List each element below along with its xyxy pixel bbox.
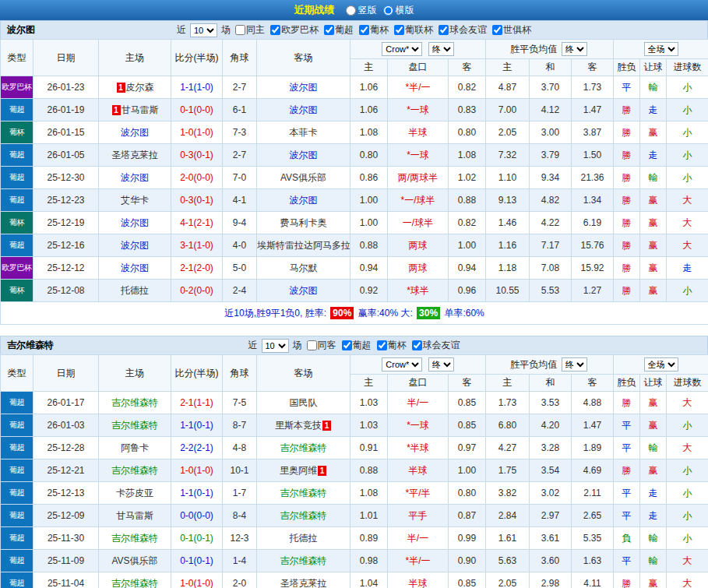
header-group-row: 类型 日期 主场 比分(半场) 角球 客场 Crow* 终 胜平负均值 终 全场 [1,40,708,59]
layout-vertical-option[interactable]: 竖版 [346,4,377,17]
team-cell: 国民队 [257,392,350,414]
wdl-final-select[interactable]: 终 [562,42,587,56]
filter-option-葡杯[interactable]: 葡杯 [359,23,389,37]
sub-let: 让球 [640,375,667,392]
filter-option-葡超[interactable]: 葡超 [342,339,372,352]
team-link[interactable]: 阿鲁卡 [121,442,149,453]
team-link[interactable]: 艾华卡 [121,195,149,206]
team-link[interactable]: 吉尔维森特 [280,555,327,566]
team-link[interactable]: 波尔图 [290,195,318,206]
odds-away: 0.85 [449,414,486,437]
filter-option-葡杯[interactable]: 葡杯 [377,339,407,352]
filter-checkbox[interactable] [412,340,422,350]
fulltime-select[interactable]: 全场 [644,42,678,56]
filter-checkbox[interactable] [439,25,449,35]
team-cell: 波尔图 [99,257,171,280]
avg-away-odds: 1.27 [572,280,614,302]
filter-checkbox[interactable] [270,25,280,35]
filter-option-葡超[interactable]: 葡超 [324,23,354,37]
odds-final-select[interactable]: 终 [428,357,454,371]
result-wdl: 勝 [614,572,640,588]
handicap: 两球 [388,257,449,280]
odds-away: 0.99 [449,527,486,550]
vertical-radio[interactable] [346,5,356,16]
team-link[interactable]: 甘马雷斯 [116,510,153,521]
wdl-label: 胜平负均值 [510,44,557,55]
team-link[interactable]: 波尔图 [121,240,149,251]
team-link[interactable]: 吉尔维森特 [111,420,158,431]
score: 1-1(1-0) [171,76,223,99]
team-link[interactable]: 卡莎皮亚 [116,488,153,498]
team-link[interactable]: 波尔图 [121,262,149,273]
odds-company-select[interactable]: Crow* [382,42,422,56]
team-link[interactable]: 波尔图 [121,127,149,138]
filter-option-葡联杯[interactable]: 葡联杯 [394,23,433,37]
filter-checkbox[interactable] [342,340,352,350]
filter-option-球会友谊[interactable]: 球会友谊 [412,339,460,352]
team-link[interactable]: 波尔图 [290,150,318,160]
team-link[interactable]: 里斯本竞技 [275,420,322,431]
filter-option-球会友谊[interactable]: 球会友谊 [439,23,487,37]
match-count-select[interactable]: 10 [190,23,217,37]
team-link[interactable]: 圣塔克莱拉 [280,578,327,588]
team-link[interactable]: 吉尔维森特 [280,488,327,498]
filter-option-同主[interactable]: 同主 [235,23,265,37]
avg-home-odds: 1.61 [486,527,530,550]
filter-checkbox[interactable] [394,25,404,35]
odds-home: 1.00 [350,189,388,212]
result-goals: 大 [667,392,708,414]
team-link[interactable]: 圣塔克莱拉 [111,150,158,160]
team-link[interactable]: 吉尔维森特 [280,442,327,453]
team-link[interactable]: 里奥阿维 [280,465,317,476]
score: 4-1(2-1) [171,212,223,234]
filter-option-世俱杯[interactable]: 世俱杯 [492,23,531,37]
team-link[interactable]: 费马利卡奥 [280,217,327,228]
filter-checkbox[interactable] [377,340,387,350]
team-link[interactable]: 托德拉 [290,533,318,544]
team-link[interactable]: 吉尔维森特 [280,510,327,521]
result-wdl: 勝 [614,167,640,189]
team-link[interactable]: 马尔默 [290,262,318,273]
filter-option-同客[interactable]: 同客 [307,339,336,352]
wdl-final-select[interactable]: 终 [562,357,587,371]
team-link[interactable]: 波尔图 [121,217,149,228]
filter-checkbox[interactable] [235,25,245,35]
result-goals: 小 [667,527,708,550]
filter-checkbox[interactable] [359,25,369,35]
match-row: 葡超25-11-09AVS俱乐部0-1(0-1)1-4吉尔维森特0.98*半/一… [1,550,708,572]
team-link[interactable]: 波尔图 [290,285,318,296]
team-link[interactable]: 波尔图 [121,172,149,183]
team-link[interactable]: 吉尔维森特 [111,533,158,544]
filter-checkbox[interactable] [307,340,317,350]
team-link[interactable]: 埃斯特雷拉达阿马多拉 [257,240,350,251]
team-cell: 1甘马雷斯 [99,99,171,121]
result-handicap: 走 [640,144,667,167]
competition-badge: 葡杯 [1,212,33,234]
team-link[interactable]: 本菲卡 [290,127,318,138]
filter-option-欧罗巴杯[interactable]: 欧罗巴杯 [270,23,319,37]
layout-horizontal-option[interactable]: 横版 [383,4,414,17]
team-link[interactable]: 吉尔维森特 [111,465,158,476]
odds-company-select[interactable]: Crow* [382,357,422,371]
filter-checkbox[interactable] [492,25,502,35]
team-link[interactable]: 国民队 [290,397,318,408]
team-link[interactable]: 皮尔森 [126,82,154,93]
filter-checkboxes: 同客葡超葡杯球会友谊 [307,339,460,352]
team-link[interactable]: 吉尔维森特 [111,578,158,588]
filter-checkbox[interactable] [324,25,334,35]
team-link[interactable]: 甘马雷斯 [122,104,159,115]
team-link[interactable]: 托德拉 [121,285,149,296]
match-count-select[interactable]: 10 [262,339,289,353]
avg-draw-odds: 2.98 [530,572,572,588]
odds-final-select[interactable]: 终 [428,42,454,56]
sub-let: 让球 [640,59,667,76]
sub-result: 胜负 [614,59,640,76]
horizontal-radio[interactable] [383,5,393,16]
competition-badge: 葡超 [1,437,33,459]
fulltime-select[interactable]: 全场 [644,357,678,371]
team-link[interactable]: 波尔图 [290,82,318,93]
team-link[interactable]: 吉尔维森特 [111,397,158,408]
team-link[interactable]: AVS俱乐部 [280,172,326,183]
team-link[interactable]: 波尔图 [290,104,318,115]
team-link[interactable]: AVS俱乐部 [111,555,157,566]
